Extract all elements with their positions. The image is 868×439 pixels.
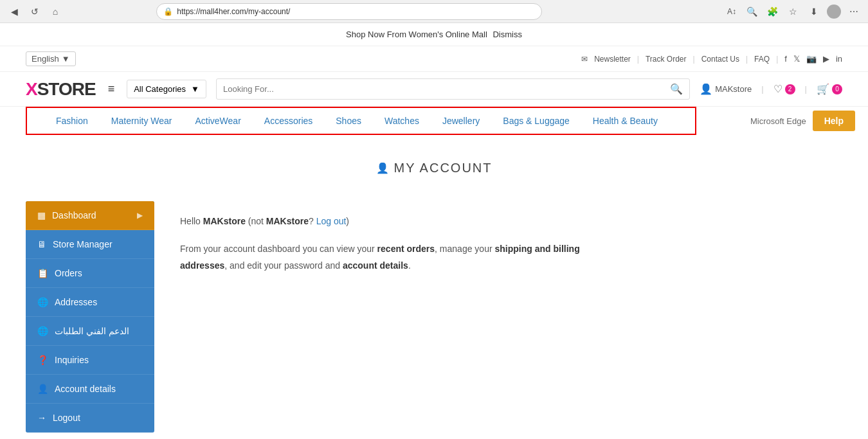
font-size-button[interactable]: A↕ [724,4,739,19]
sidebar-label-orders: Orders [55,268,82,278]
sidebar-item-store-manager[interactable]: 🖥 Store Manager [26,230,154,259]
nav-item-health-beauty[interactable]: Health & Beauty [581,116,669,126]
account-main: Hello MAKstore (not MAKstore? Log out) F… [154,201,842,433]
account-sidebar: ▦ Dashboard ▶ 🖥 Store Manager 📋 Orders 🌐… [26,201,154,433]
microsoft-edge-label: Microsoft Edge [750,116,806,126]
account-link[interactable]: 👤 MAKstore [700,83,752,95]
greeting-username2: MAKstore [266,216,309,226]
separator-4: | [776,55,778,64]
refresh-button[interactable]: ↺ [27,4,42,19]
desc-line1: From your account dashboard you can view… [180,244,377,254]
home-button[interactable]: ⌂ [48,4,63,19]
sidebar-item-dashboard[interactable]: ▦ Dashboard ▶ [26,201,154,230]
announcement-bar: Shop Now From Women's Online Mall Dismis… [0,23,868,46]
sidebar-label-dashboard: Dashboard [52,210,96,220]
cart-badge: 0 [832,84,842,94]
logo[interactable]: XSTORE [26,79,96,100]
category-dropdown-arrow-icon: ▼ [191,84,199,94]
nav-menu: Fashion Maternity Wear ActiveWear Access… [26,107,696,135]
nav-item-activewear[interactable]: ActiveWear [183,116,252,126]
instagram-icon[interactable]: 📷 [806,54,817,64]
category-label: All Categories [134,84,186,94]
cart-link[interactable]: 🛒 0 [817,83,842,95]
search-input[interactable] [223,84,670,94]
logo-x: X [26,79,37,99]
nav-item-jewellery[interactable]: Jewellery [431,116,491,126]
account-details-icon: 👤 [37,384,48,394]
account-greeting: Hello MAKstore (not MAKstore? Log out) [180,214,817,228]
heart-icon: ♡ [773,83,782,95]
nav-item-watches[interactable]: Watches [373,116,431,126]
linkedin-icon[interactable]: in [836,54,842,64]
addresses-icon: 🌐 [37,297,48,307]
browser-chrome: ◀ ↺ ⌂ 🔒 https://mall4her.com/my-account/… [0,0,868,23]
sidebar-label-support: الدعم الفني الطلبات [55,326,129,336]
more-button[interactable]: ⋯ [846,4,862,19]
logo-store: STORE [37,79,96,99]
language-selector[interactable]: English ▼ [26,51,76,66]
extension-button[interactable]: 🧩 [765,4,781,19]
track-order-link[interactable]: Track Order [646,55,687,64]
sidebar-label-store-manager: Store Manager [53,239,113,249]
account-description: From your account dashboard you can view… [180,241,617,273]
sidebar-item-support[interactable]: الدعم الفني الطلبات 🌐 [26,317,154,346]
newsletter-link[interactable]: Newsletter [594,55,631,64]
browser-actions: A↕ 🔍 🧩 ☆ ⬇ ⋯ [724,4,862,19]
logout-link[interactable]: Log out [316,216,347,226]
nav-item-fashion[interactable]: Fashion [53,116,100,126]
sidebar-label-addresses: Addresses [55,297,97,307]
user-avatar[interactable] [827,4,841,19]
favorites-button[interactable]: ☆ [786,4,801,19]
dismiss-link[interactable]: Dismiss [493,30,522,39]
zoom-button[interactable]: 🔍 [745,4,760,19]
account-icon: 👤 [376,162,389,174]
help-button[interactable]: Help [813,111,855,131]
download-button[interactable]: ⬇ [806,4,822,19]
sidebar-label-logout: Logout [53,413,80,423]
facebook-icon[interactable]: f [784,54,787,64]
greeting-paren: ) [346,216,349,226]
category-dropdown[interactable]: All Categories ▼ [127,80,206,98]
greeting-not: (not [246,216,266,226]
sidebar-item-account-details[interactable]: 👤 Account details [26,375,154,404]
page-title: MY ACCOUNT [394,161,493,175]
secondary-nav: English ▼ ✉ Newsletter | Track Order | C… [0,46,868,72]
search-bar: 🔍 [216,78,690,100]
address-bar[interactable]: 🔒 https://mall4her.com/my-account/ [156,3,542,20]
nav-item-maternity-wear[interactable]: Maternity Wear [100,116,184,126]
separator-3: | [746,55,748,64]
account-details-link[interactable]: account details [343,260,408,271]
greeting-username: MAKstore [203,216,246,226]
desc-end: . [408,260,411,271]
main-header: XSTORE ≡ All Categories ▼ 🔍 👤 MAKstore |… [0,72,868,107]
header-separator-2: | [805,84,807,94]
greeting-question: ? [309,216,316,226]
cart-icon: 🛒 [817,83,829,95]
logout-icon: → [37,413,46,423]
back-button[interactable]: ◀ [6,4,22,19]
sidebar-item-orders[interactable]: 📋 Orders [26,259,154,288]
header-actions: 👤 MAKstore | ♡ 2 | 🛒 0 [700,83,842,95]
support-icon: 🌐 [37,326,48,336]
hamburger-button[interactable]: ≡ [105,80,118,98]
page-title-section: 👤 MY ACCOUNT [26,148,842,188]
sidebar-item-inquiries[interactable]: ❓ Inquiries [26,346,154,375]
twitter-icon[interactable]: 𝕏 [793,54,800,64]
page-content: 👤 MY ACCOUNT ▦ Dashboard ▶ 🖥 Store Manag… [0,135,868,439]
nav-item-accessories[interactable]: Accessories [253,116,324,126]
orders-icon: 📋 [37,268,48,278]
nav-item-bags-luggage[interactable]: Bags & Luggage [491,116,581,126]
recent-orders-link[interactable]: recent orders [377,244,435,254]
sidebar-item-addresses[interactable]: 🌐 Addresses [26,288,154,317]
announcement-text: Shop Now From Women's Online Mall [346,30,487,39]
contact-us-link[interactable]: Contact Us [701,55,739,64]
search-button[interactable]: 🔍 [670,83,683,95]
faq-link[interactable]: FAQ [754,55,770,64]
username-label: MAKstore [715,84,752,94]
nav-item-shoes[interactable]: Shoes [324,116,373,126]
youtube-icon[interactable]: ▶ [823,54,829,64]
dashboard-icon: ▦ [37,210,46,220]
wishlist-link[interactable]: ♡ 2 [773,83,795,95]
inquiries-icon: ❓ [37,355,48,365]
sidebar-item-logout[interactable]: → Logout [26,404,154,433]
